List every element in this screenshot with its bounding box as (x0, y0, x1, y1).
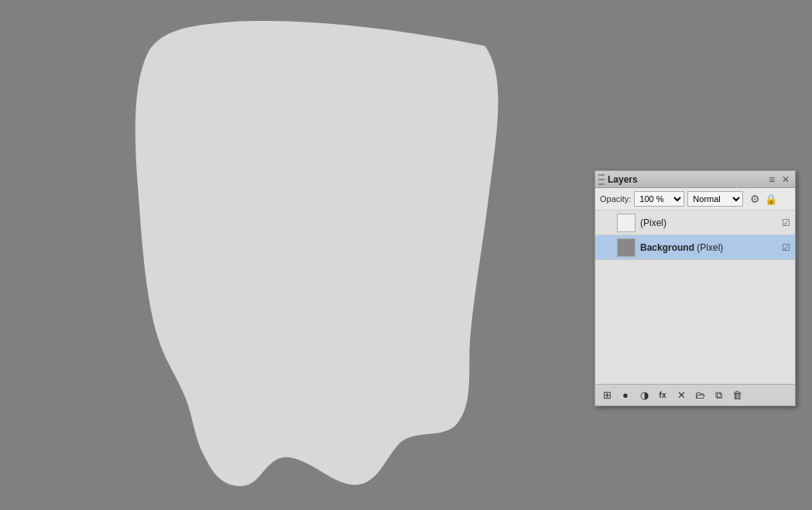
blend-mode-select[interactable]: Normal Multiply Screen Overlay (687, 191, 743, 207)
layers-panel: Layers ≡ ✕ Opacity: 100 % 90 % 75 % 50 %… (594, 170, 796, 406)
canvas-shape (77, 15, 526, 488)
layers-empty-area (595, 260, 795, 384)
opacity-select[interactable]: 100 % 90 % 75 % 50 % (634, 191, 684, 207)
opacity-label: Opacity: (600, 194, 631, 204)
layer-thumbnail (617, 214, 636, 232)
layer-name: Background (Pixel) (640, 242, 779, 253)
add-fx-button[interactable]: fx (654, 387, 671, 404)
layer-group-button[interactable]: ⊞ (598, 387, 615, 404)
panel-title: Layers (608, 174, 766, 185)
layer-check-icon: ☑ (779, 241, 792, 254)
adjustment-button[interactable]: ✕ (673, 387, 690, 404)
canvas-area (0, 0, 588, 510)
layer-settings-button[interactable]: ⚙ (748, 192, 762, 206)
new-folder-button[interactable]: 🗁 (691, 387, 708, 404)
layer-visibility-toggle[interactable] (598, 215, 614, 231)
layer-thumbnail (617, 238, 636, 257)
panel-options-row: Opacity: 100 % 90 % 75 % 50 % Normal Mul… (595, 188, 795, 211)
new-pixel-layer-button[interactable]: ● (617, 387, 634, 404)
layer-name: (Pixel) (640, 217, 779, 228)
duplicate-layer-button[interactable]: ⧉ (710, 387, 727, 404)
layers-toolbar: ⊞ ● ◑ fx ✕ 🗁 ⧉ 🗑 (595, 384, 795, 406)
delete-layer-button[interactable]: 🗑 (728, 387, 745, 404)
layers-list: (Pixel) ☑ Background (Pixel) ☑ (595, 211, 795, 384)
layer-item[interactable]: Background (Pixel) ☑ (595, 235, 795, 260)
panel-titlebar: Layers ≡ ✕ (595, 171, 795, 188)
layer-item[interactable]: (Pixel) ☑ (595, 211, 795, 235)
panel-close-button[interactable]: ✕ (779, 173, 792, 186)
layer-check-icon: ☑ (779, 217, 792, 229)
layer-visibility-toggle[interactable] (598, 240, 614, 255)
layer-lock-button[interactable]: 🔒 (765, 193, 777, 205)
new-mask-layer-button[interactable]: ◑ (636, 387, 653, 404)
panel-drag-handle (598, 174, 605, 185)
panel-menu-button[interactable]: ≡ (766, 173, 778, 186)
